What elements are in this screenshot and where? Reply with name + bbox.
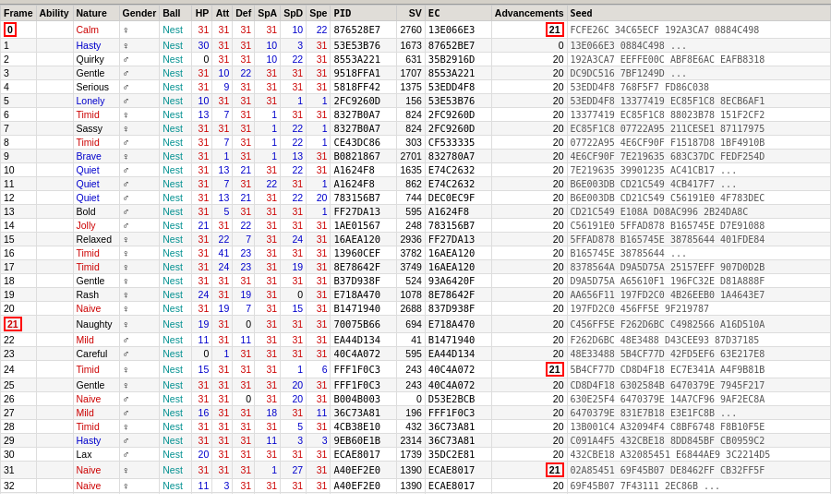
table-row: 28Timid♀Nest313131315314CB38E1043236C73A…	[1, 420, 831, 434]
cell-ball: Nest	[160, 392, 192, 406]
table-row: 7Sassy♀Nest31313112218327B0A78242FC9260D…	[1, 122, 831, 136]
cell-ec: A40EF2E0	[425, 493, 491, 495]
cell-att: 31	[212, 316, 233, 333]
cell-adv: 21	[491, 361, 567, 378]
cell-sv: 3273	[397, 493, 425, 495]
cell-seed: 48E33488 5B4CF77D 42FD5EF6 63E217E8	[567, 347, 830, 361]
cell-pid: 13960CEF	[331, 246, 397, 260]
cell-hp: 11	[192, 479, 212, 493]
cell-pid: 5818FF42	[331, 80, 397, 94]
cell-sv: 1078	[397, 288, 425, 302]
cell-spa: 31	[255, 205, 281, 219]
cell-ec: 783156B7	[425, 219, 491, 233]
cell-spd: 24	[281, 233, 307, 246]
cell-ec: 16AEA120	[425, 260, 491, 274]
cell-ability	[36, 191, 73, 205]
cell-spd: 20	[281, 392, 307, 406]
cell-spd: 31	[281, 108, 307, 122]
cell-hp: 31	[192, 122, 212, 136]
cell-spd: 31	[281, 347, 307, 361]
cell-nature: Naive	[73, 302, 119, 316]
cell-hp: 31	[192, 233, 212, 246]
cell-spe: 31	[307, 150, 331, 163]
cell-hp: 0	[192, 347, 212, 361]
cell-frame: 5	[1, 94, 37, 108]
cell-def: 21	[233, 163, 255, 177]
cell-spa: 31	[255, 333, 281, 347]
cell-def: 22	[233, 66, 255, 80]
col-header-adv: Advancements	[491, 6, 567, 21]
cell-spd: 31	[281, 316, 307, 333]
cell-hp: 31	[192, 302, 212, 316]
cell-ball: Nest	[160, 420, 192, 434]
cell-pid: 36C73A81	[331, 406, 397, 420]
cell-spe: 31	[307, 163, 331, 177]
cell-gender: ♂	[119, 177, 160, 191]
cell-pid: 16AEA120	[331, 233, 397, 246]
cell-ball: Nest	[160, 462, 192, 479]
cell-ability	[36, 233, 73, 246]
cell-seed: CD8D4F18 6302584B 6470379E 7945F217	[567, 378, 830, 392]
cell-adv: 20	[491, 333, 567, 347]
cell-nature: Naive	[73, 392, 119, 406]
cell-ball: Nest	[160, 80, 192, 94]
cell-att: 1	[212, 347, 233, 361]
table-row: 1Hasty♀Nest3031311033153E53B76167387652B…	[1, 39, 831, 53]
cell-nature: Quiet	[73, 177, 119, 191]
cell-ability	[36, 108, 73, 122]
cell-ability	[36, 136, 73, 150]
cell-spa: 1	[255, 122, 281, 136]
cell-spe: 31	[307, 53, 331, 66]
results-table-container[interactable]: Frame Ability Nature Gender Ball HP Att …	[0, 5, 831, 494]
cell-ec: 53E53B76	[425, 94, 491, 108]
cell-ec: 2FC9260D	[425, 108, 491, 122]
cell-ability	[36, 80, 73, 94]
cell-adv: 20	[491, 94, 567, 108]
cell-seed: 13B001C4 A32094F4 C8BF6748 F8B10F5E	[567, 420, 830, 434]
cell-adv: 20	[491, 479, 567, 493]
cell-ec: 53EDD4F8	[425, 80, 491, 94]
cell-spe: 31	[307, 233, 331, 246]
cell-seed: F262D6BC 48E3488 D43CEE93 87D37185	[567, 333, 830, 347]
cell-nature: Gentle	[73, 274, 119, 288]
cell-spa: 31	[255, 347, 281, 361]
cell-spd: 31	[281, 219, 307, 233]
cell-spa: 31	[255, 260, 281, 274]
cell-spd: 5	[281, 420, 307, 434]
cell-spd: 3	[281, 39, 307, 53]
cell-ball: Nest	[160, 53, 192, 66]
cell-spe: 3	[307, 434, 331, 448]
cell-def: 11	[233, 333, 255, 347]
cell-gender: ♂	[119, 205, 160, 219]
table-row: 25Gentle♀Nest313131312031FFF1F0C324340C4…	[1, 378, 831, 392]
table-row: 8Timid♂Nest317311221CE43DC86303CF5333352…	[1, 136, 831, 150]
cell-spd: 31	[281, 66, 307, 80]
cell-frame: 8	[1, 136, 37, 150]
table-row: 20Naive♀Nest31197311531B14719402688837D9…	[1, 302, 831, 316]
cell-ball: Nest	[160, 21, 192, 39]
cell-adv: 20	[491, 136, 567, 150]
cell-hp: 31	[192, 80, 212, 94]
cell-pid: FF27DA13	[331, 205, 397, 219]
cell-ball: Nest	[160, 122, 192, 136]
cell-seed: C456FF5E F262D6BC C4982566 A16D510A	[567, 316, 830, 333]
cell-nature: Timid	[73, 108, 119, 122]
cell-spe: 11	[307, 406, 331, 420]
cell-adv: 20	[491, 302, 567, 316]
cell-ball: Nest	[160, 94, 192, 108]
cell-att: 7	[212, 177, 233, 191]
cell-nature: Careful	[73, 347, 119, 361]
cell-sv: 243	[397, 361, 425, 378]
cell-sv: 1707	[397, 66, 425, 80]
cell-seed: 13377419 EC85F1C8 88023B78 151F2CF2	[567, 108, 830, 122]
cell-def: 19	[233, 288, 255, 302]
cell-def: 31	[233, 150, 255, 163]
cell-ball: Nest	[160, 136, 192, 150]
cell-nature: Quiet	[73, 191, 119, 205]
results-table: Frame Ability Nature Gender Ball HP Att …	[0, 5, 831, 494]
cell-hp: 31	[192, 136, 212, 150]
cell-ability	[36, 434, 73, 448]
cell-spa: 10	[255, 53, 281, 66]
cell-sv: 824	[397, 108, 425, 122]
cell-spd: 13	[281, 150, 307, 163]
